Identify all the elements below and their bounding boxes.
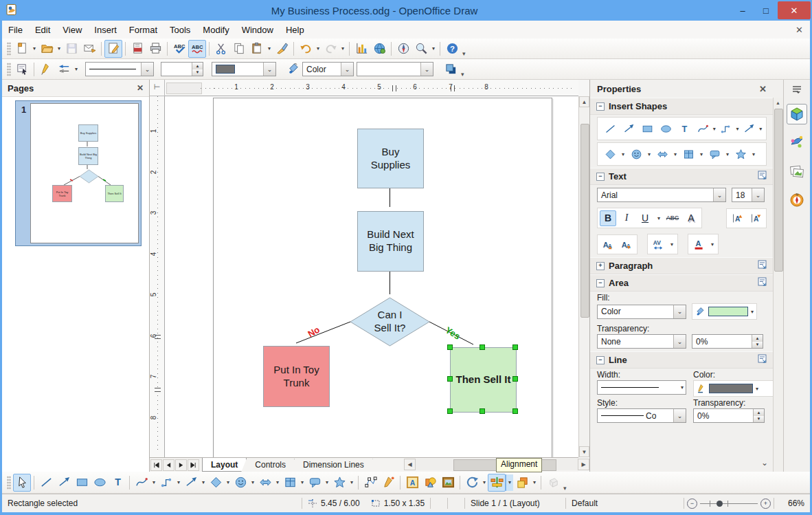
rectangle-tool-button[interactable] — [73, 474, 91, 492]
collapse-icon[interactable]: − — [596, 173, 605, 181]
alignment-button[interactable] — [488, 474, 506, 492]
flowchart-shapes-button[interactable] — [679, 145, 697, 163]
line-width-select[interactable]: ▾ — [597, 380, 686, 395]
symbol-shapes-dropdown[interactable]: ▾ — [646, 148, 653, 160]
callout-shapes-button[interactable] — [706, 145, 723, 163]
page-thumbnail[interactable]: Buy Supplies Build Next Big Thing Put In… — [30, 103, 139, 243]
basic-shapes-tool-button[interactable] — [207, 474, 225, 492]
panel-more-chevron-icon[interactable]: ⌄ — [761, 458, 768, 468]
zoom-out-icon[interactable]: − — [687, 498, 697, 509]
toolbar-grip[interactable] — [7, 42, 11, 56]
help-button[interactable]: ? — [443, 40, 461, 58]
section-paragraph[interactable]: +Paragraph — [590, 257, 774, 274]
font-color-button[interactable]: A — [690, 237, 707, 252]
vertical-scrollbar[interactable]: ▲ ▼ — [578, 96, 589, 457]
expand-icon[interactable]: + — [596, 262, 605, 270]
menu-help[interactable]: Help — [280, 22, 311, 38]
properties-close-icon[interactable]: ✕ — [759, 84, 767, 94]
zoom-slider-track[interactable] — [700, 499, 758, 508]
auto-spellcheck-button[interactable]: ABC — [188, 40, 206, 58]
next-layer-icon[interactable] — [175, 459, 187, 471]
alignment-dropdown[interactable]: ▾ — [506, 474, 513, 491]
layer-tab-layout[interactable]: Layout — [202, 458, 247, 472]
symbol-shapes-tool-button[interactable] — [232, 474, 249, 492]
status-page-style[interactable]: Default — [566, 498, 684, 508]
insert-ellipse-button[interactable] — [657, 120, 675, 138]
line-tool-button[interactable] — [37, 474, 55, 492]
navigator-button[interactable] — [394, 40, 412, 58]
sidebar-tab-navigator[interactable]: N — [786, 189, 808, 211]
menu-file[interactable]: File — [2, 22, 29, 38]
flowchart-node-buy-supplies[interactable]: Buy Supplies — [357, 129, 424, 188]
flowchart-node-decision[interactable]: Can I Sell It? — [362, 309, 418, 334]
menu-format[interactable]: Format — [123, 22, 163, 38]
zoom-in-icon[interactable]: + — [760, 498, 771, 509]
scroll-down-icon[interactable]: ▼ — [579, 446, 589, 457]
collapse-icon[interactable]: − — [596, 102, 605, 111]
zoom-button[interactable] — [412, 40, 430, 58]
block-arrows-tool-button[interactable] — [256, 474, 274, 492]
fontwork-button[interactable]: A — [403, 474, 421, 492]
toolbar-overflow-icon[interactable]: ▾ — [461, 71, 464, 79]
rotate-dropdown[interactable]: ▾ — [481, 474, 488, 491]
insert-rectangle-button[interactable] — [638, 120, 656, 138]
block-arrows-dropdown[interactable]: ▾ — [672, 148, 679, 160]
close-button[interactable]: ✕ — [778, 1, 811, 19]
decrease-spacing-button[interactable]: A — [747, 210, 764, 226]
minimize-button[interactable]: – — [731, 2, 754, 19]
select-tool-button[interactable] — [13, 474, 31, 492]
line-color-select[interactable]: ⌄ — [212, 62, 276, 76]
increase-spacing-button[interactable]: A — [729, 210, 745, 226]
vertical-scrollbar-thumb[interactable] — [580, 124, 589, 318]
stars-dropdown[interactable]: ▾ — [750, 148, 757, 160]
menu-insert[interactable]: Insert — [88, 22, 123, 38]
previous-layer-icon[interactable] — [163, 459, 174, 471]
symbol-shapes-button[interactable] — [627, 145, 645, 163]
copy-button[interactable] — [230, 40, 248, 58]
close-document-icon[interactable]: ✕ — [796, 25, 803, 35]
sidebar-tab-properties[interactable] — [787, 104, 807, 124]
callouts-dropdown[interactable]: ▾ — [724, 148, 731, 160]
underline-dropdown[interactable]: ▾ — [655, 210, 662, 226]
lines-arrows-dropdown[interactable]: ▾ — [758, 122, 763, 135]
section-text[interactable]: −Text — [590, 168, 774, 185]
selection-handle-n[interactable] — [480, 344, 485, 350]
text-tool-button[interactable] — [109, 474, 126, 492]
curve-tool-button[interactable] — [133, 474, 150, 492]
arrow-tool-button[interactable] — [55, 474, 73, 492]
transparency-type-select[interactable]: None⌄ — [597, 334, 686, 349]
insert-text-button[interactable] — [675, 120, 693, 138]
edit-points-button[interactable] — [361, 474, 379, 492]
rotate-button[interactable] — [463, 474, 481, 492]
section-insert-shapes[interactable]: −Insert Shapes — [590, 98, 774, 115]
line-color-button[interactable]: ▾ — [693, 380, 776, 397]
cut-button[interactable] — [212, 40, 230, 58]
arrow-style-button[interactable] — [55, 61, 73, 78]
collapse-icon[interactable]: − — [596, 356, 605, 364]
pages-panel-close-icon[interactable]: ✕ — [137, 83, 144, 93]
insert-chart-button[interactable] — [352, 40, 370, 58]
paste-button[interactable] — [248, 40, 266, 58]
paragraph-dialog-launcher-icon[interactable] — [758, 260, 767, 272]
save-button[interactable] — [63, 40, 80, 58]
selection-handle-w[interactable] — [447, 376, 453, 382]
line-width-spinner[interactable]: ▲▼ — [161, 62, 203, 76]
properties-scrollbar[interactable]: ▲ — [773, 98, 783, 472]
bold-button[interactable]: B — [600, 210, 616, 226]
layer-tab-dimension-lines[interactable]: Dimension Lines — [295, 459, 373, 472]
hyperlink-button[interactable] — [370, 40, 388, 58]
first-layer-icon[interactable] — [150, 459, 162, 471]
area-fill-color-button[interactable]: ▾ — [692, 303, 757, 320]
font-name-select[interactable]: Arial⌄ — [597, 188, 726, 202]
callouts-dropdown[interactable]: ▾ — [324, 474, 330, 491]
toolbar-grip[interactable] — [7, 63, 11, 76]
connector-tool-button[interactable] — [157, 474, 175, 492]
font-size-select[interactable]: 18⌄ — [732, 188, 765, 202]
new-dropdown[interactable]: ▾ — [31, 41, 38, 57]
connector-dropdown[interactable]: ▾ — [175, 474, 182, 491]
line-dialog-button[interactable] — [37, 61, 55, 78]
menu-modify[interactable]: Modify — [196, 22, 235, 38]
arrange-dropdown[interactable]: ▾ — [531, 474, 538, 491]
lines-arrows-tool-button[interactable] — [182, 474, 200, 492]
selection-handle-sw[interactable] — [447, 408, 453, 414]
